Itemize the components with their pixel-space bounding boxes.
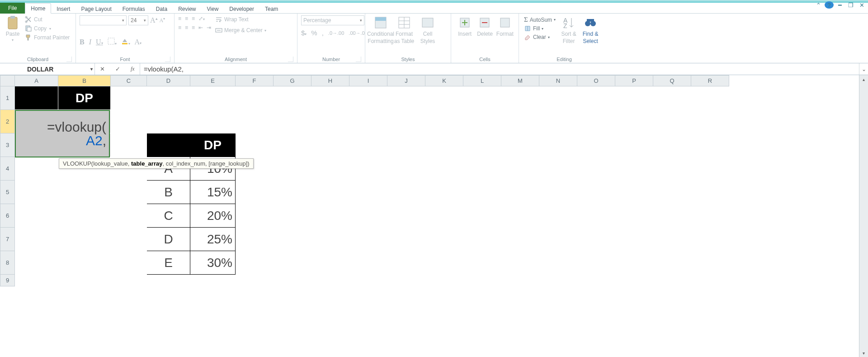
col-header-I[interactable]: I (349, 76, 387, 86)
cell-G7[interactable] (274, 228, 311, 251)
font-color-button[interactable]: A▾ (135, 38, 142, 46)
cell-J7[interactable] (387, 228, 425, 251)
copy-button[interactable]: Copy▾ (24, 24, 71, 33)
format-painter-button[interactable]: Format Painter (24, 33, 71, 42)
cell-A4[interactable] (15, 157, 58, 181)
cell-J2[interactable] (387, 110, 425, 133)
col-header-E[interactable]: E (190, 76, 236, 86)
fill-color-button[interactable]: ▾ (121, 38, 130, 46)
row-header-9[interactable]: 9 (0, 275, 15, 286)
cell-A9[interactable] (15, 275, 58, 286)
cell-B6[interactable] (58, 204, 111, 228)
cell-G4[interactable] (274, 157, 311, 181)
cell-H9[interactable] (311, 275, 349, 286)
cell-R8[interactable] (691, 251, 729, 275)
align-right-icon[interactable]: ≡ (192, 24, 195, 31)
cell-C5[interactable] (111, 181, 147, 204)
cell-O2[interactable] (577, 110, 615, 133)
cell-G5[interactable] (274, 181, 311, 204)
cell-L3[interactable] (463, 133, 501, 157)
cell-R9[interactable] (691, 275, 729, 286)
font-family-combo[interactable]: ▾ (80, 15, 127, 25)
cell-F1[interactable] (236, 86, 274, 110)
row-header-2[interactable]: 2 (0, 110, 15, 133)
cell-E9[interactable] (190, 275, 236, 286)
cell-C1[interactable] (111, 86, 147, 110)
cell-F7[interactable] (236, 228, 274, 251)
scroll-down-icon[interactable]: ▾ (859, 349, 868, 357)
cell-F6[interactable] (236, 204, 274, 228)
cell-Q3[interactable] (653, 133, 691, 157)
col-header-B[interactable]: B (58, 76, 111, 86)
cell-O8[interactable] (577, 251, 615, 275)
cell-N4[interactable] (539, 157, 577, 181)
dialog-launcher-icon[interactable] (356, 57, 361, 62)
row-header-1[interactable]: 1 (0, 86, 15, 110)
grow-font-icon[interactable]: A▴ (150, 16, 158, 24)
row-header-5[interactable]: 5 (0, 181, 15, 204)
format-as-table-button[interactable]: Formatas Table (392, 15, 416, 44)
cell-L1[interactable] (463, 86, 501, 110)
cell-I2[interactable] (349, 110, 387, 133)
cell-K8[interactable] (425, 251, 463, 275)
delete-cells-button[interactable]: Delete (475, 15, 495, 37)
col-header-P[interactable]: P (615, 76, 653, 86)
tab-review[interactable]: Review (173, 4, 201, 14)
increase-indent-icon[interactable]: ⇥ (207, 24, 211, 31)
cell-B9[interactable] (58, 275, 111, 286)
cell-G3[interactable] (274, 133, 311, 157)
cell-N2[interactable] (539, 110, 577, 133)
shrink-font-icon[interactable]: A▾ (160, 17, 165, 24)
cell-J9[interactable] (387, 275, 425, 286)
cell-G2[interactable] (274, 110, 311, 133)
align-left-icon[interactable]: ≡ (178, 24, 181, 31)
wrap-text-button[interactable]: Wrap Text (214, 15, 268, 24)
cell-F5[interactable] (236, 181, 274, 204)
cell-P5[interactable] (615, 181, 653, 204)
format-cells-button[interactable]: Format (495, 15, 515, 37)
cell-P7[interactable] (615, 228, 653, 251)
expand-formula-bar-button[interactable]: ⌄ (859, 63, 868, 75)
col-header-D[interactable]: D (147, 76, 190, 86)
cell-A7[interactable] (15, 228, 58, 251)
cut-button[interactable]: Cut (24, 15, 71, 24)
cell-L4[interactable] (463, 157, 501, 181)
cell-F2[interactable] (236, 110, 274, 133)
cell-O6[interactable] (577, 204, 615, 228)
col-header-C[interactable]: C (111, 76, 147, 86)
enter-formula-button[interactable]: ✓ (115, 66, 120, 72)
cell-A5[interactable] (15, 181, 58, 204)
cell-B5[interactable] (58, 181, 111, 204)
col-header-L[interactable]: L (463, 76, 501, 86)
cell-D9[interactable] (147, 275, 190, 286)
col-header-F[interactable]: F (236, 76, 274, 86)
cell-A6[interactable] (15, 204, 58, 228)
cell-I6[interactable] (349, 204, 387, 228)
cell-B8[interactable] (58, 251, 111, 275)
cell-F3[interactable] (236, 133, 274, 157)
cell-F8[interactable] (236, 251, 274, 275)
cell-J3[interactable] (387, 133, 425, 157)
tab-home[interactable]: Home (25, 3, 51, 14)
cell-N9[interactable] (539, 275, 577, 286)
cell-E1[interactable] (190, 86, 236, 110)
row-header-7[interactable]: 7 (0, 228, 15, 251)
clear-button[interactable]: Clear▾ (523, 33, 557, 41)
cell-G9[interactable] (274, 275, 311, 286)
help-icon[interactable]: ? (825, 1, 834, 9)
cell-L6[interactable] (463, 204, 501, 228)
cell-H2[interactable] (311, 110, 349, 133)
cell-Q2[interactable] (653, 110, 691, 133)
cell-E6[interactable]: 20% (190, 204, 236, 228)
cell-R7[interactable] (691, 228, 729, 251)
cell-Q8[interactable] (653, 251, 691, 275)
tab-page-layout[interactable]: Page Layout (75, 4, 117, 14)
cell-styles-button[interactable]: CellStyles (416, 15, 439, 44)
comma-format-button[interactable]: , (322, 29, 324, 37)
fill-button[interactable]: Fill▾ (523, 24, 557, 33)
cell-A1[interactable] (15, 86, 58, 110)
cell-Q1[interactable] (653, 86, 691, 110)
cell-O3[interactable] (577, 133, 615, 157)
cell-E2[interactable] (190, 110, 236, 133)
cell-H8[interactable] (311, 251, 349, 275)
